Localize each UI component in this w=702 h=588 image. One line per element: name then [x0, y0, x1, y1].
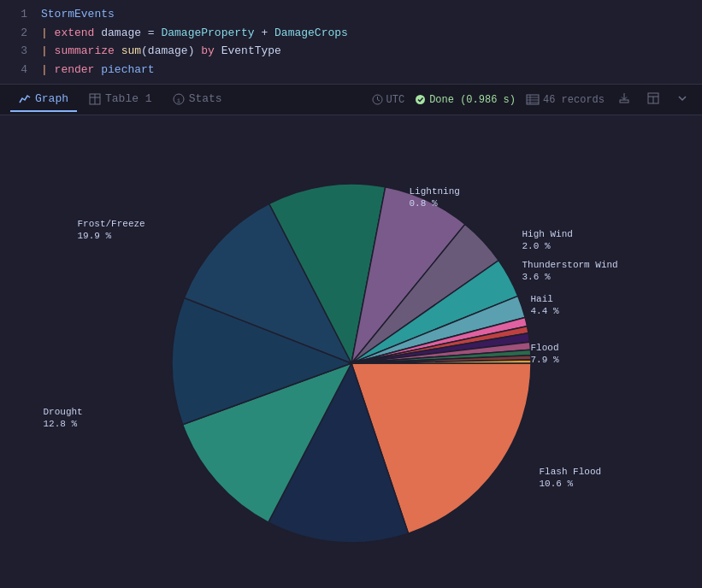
svg-text:i: i [176, 97, 180, 104]
label-flash-flood-pct: 10.6 % [540, 479, 574, 489]
label-hail: Hail 4.4 % [531, 293, 559, 318]
code-line-4: 4 | render piechart [0, 61, 702, 79]
pipe-char: | [41, 25, 55, 42]
status-indicator: Done (0.986 s) [415, 94, 516, 106]
label-drought: Drought 12.8 % [44, 406, 83, 431]
code-line-1: 1 StormEvents [0, 5, 702, 24]
pie-chart-svg [155, 167, 548, 560]
chevron-down-icon [676, 92, 688, 104]
code-token: DamageCrops [274, 25, 348, 42]
pipe-char: | [41, 43, 55, 60]
code-token: StormEvents [41, 6, 115, 23]
label-hail-pct: 4.4 % [531, 306, 559, 316]
code-token: (damage) [141, 43, 201, 60]
label-frost-freeze: Frost/Freeze 19.9 % [78, 218, 145, 243]
download-icon [618, 92, 630, 104]
label-drought-pct: 12.8 % [44, 419, 78, 429]
line-number: 1 [7, 6, 27, 23]
code-editor: 1 StormEvents 2 | extend damage = Damage… [0, 0, 702, 85]
label-high-wind-name: High Wind [522, 229, 573, 239]
svg-point-8 [416, 95, 425, 104]
code-line-3: 3 | summarize sum (damage) by EventType [0, 42, 702, 61]
code-token: extend [55, 25, 95, 42]
graph-icon [19, 93, 31, 105]
code-token: DamageProperty [161, 25, 254, 42]
timezone-indicator: UTC [372, 94, 405, 106]
label-high-wind-pct: 2.0 % [522, 241, 551, 251]
pie-container: Frost/Freeze 19.9 % Drought 12.8 % Wildf… [27, 141, 676, 585]
code-token: summarize [55, 43, 115, 60]
label-flood-name: Flood [531, 343, 559, 353]
label-flood: Flood 7.9 % [531, 342, 559, 367]
toolbar-right: UTC Done (0.986 s) 46 records [372, 91, 692, 109]
records-icon [526, 94, 540, 105]
pipe-char: | [41, 62, 55, 79]
code-token: EventType [215, 43, 281, 60]
label-lightning: Lightning 0.8 % [410, 185, 460, 210]
code-token: by [201, 43, 215, 60]
svg-line-7 [377, 100, 380, 102]
clock-icon [372, 94, 383, 105]
label-hail-name: Hail [531, 294, 553, 304]
label-flash-flood-name: Flash Flood [540, 467, 602, 477]
label-frost-freeze-pct: 19.9 % [78, 231, 112, 241]
status-text: Done (0.986 s) [429, 94, 516, 106]
records-count: 46 records [543, 94, 605, 106]
label-flash-flood: Flash Flood 10.6 % [540, 466, 602, 491]
chart-area: Frost/Freeze 19.9 % Drought 12.8 % Wildf… [0, 115, 702, 588]
tab-stats[interactable]: i Stats [164, 87, 231, 112]
label-thunderstorm-wind-pct: 3.6 % [522, 272, 551, 282]
records-badge: 46 records [526, 94, 605, 106]
label-thunderstorm-wind: Thunderstorm Wind 3.6 % [522, 259, 618, 284]
layout-icon [647, 92, 659, 104]
label-lightning-name: Lightning [410, 186, 460, 197]
label-lightning-pct: 0.8 % [410, 198, 438, 209]
code-token: sum [121, 43, 141, 60]
code-token: piechart [101, 62, 154, 79]
code-token: render [55, 62, 95, 79]
tab-table1[interactable]: Table 1 [80, 87, 161, 112]
tab-graph[interactable]: Graph [10, 87, 77, 112]
code-token: damage = [94, 25, 161, 42]
tab-table1-label: Table 1 [105, 92, 152, 105]
label-drought-name: Drought [44, 407, 83, 417]
tab-stats-label: Stats [189, 92, 222, 105]
export-button[interactable] [615, 91, 634, 109]
code-token: + [255, 25, 274, 42]
label-flood-pct: 7.9 % [531, 355, 559, 365]
tab-graph-label: Graph [35, 92, 68, 105]
line-number: 3 [7, 43, 27, 60]
done-icon [415, 94, 426, 105]
code-token [94, 62, 101, 79]
code-line-2: 2 | extend damage = DamageProperty + Dam… [0, 24, 702, 43]
code-token [115, 43, 121, 60]
line-number: 4 [7, 62, 27, 79]
label-high-wind: High Wind 2.0 % [522, 228, 573, 253]
toolbar: Graph Table 1 i Stats UTC [0, 85, 702, 115]
label-thunderstorm-wind-name: Thunderstorm Wind [522, 260, 618, 270]
svg-rect-14 [620, 100, 628, 103]
table-icon [89, 93, 101, 105]
label-frost-freeze-name: Frost/Freeze [78, 219, 145, 229]
stats-icon: i [173, 93, 185, 105]
line-number: 2 [7, 25, 27, 42]
more-button[interactable] [673, 91, 692, 109]
settings-button[interactable] [644, 91, 663, 109]
